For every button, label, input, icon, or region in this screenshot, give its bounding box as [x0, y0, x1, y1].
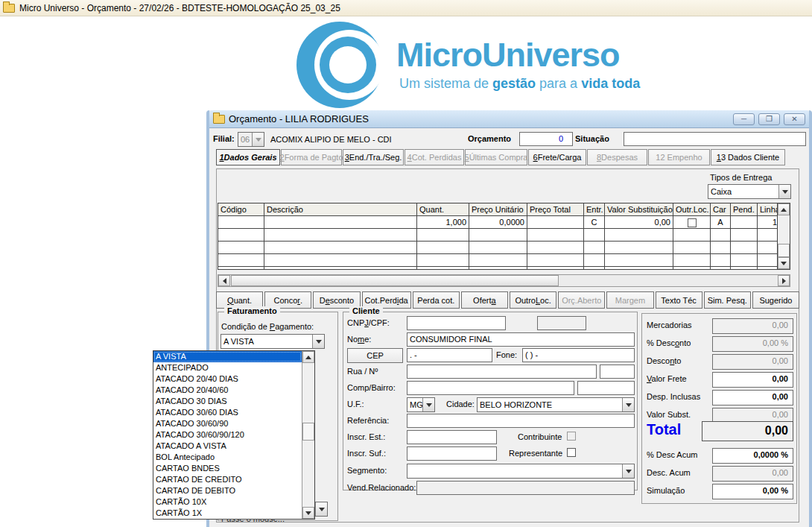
cell-preco_total[interactable]: [527, 229, 584, 242]
column-header-codigo[interactable]: Código: [218, 203, 264, 216]
cell-preco_total[interactable]: [527, 254, 584, 267]
column-header-preco_unitario[interactable]: Preço Unitário: [469, 203, 527, 216]
column-header-descricao[interactable]: Descrição: [264, 203, 417, 216]
scroll-thumb[interactable]: [302, 423, 314, 441]
list-item[interactable]: ATACADO 30/60/90: [153, 418, 302, 429]
cell-pend[interactable]: [731, 216, 758, 229]
uf-combobox[interactable]: MG: [407, 397, 435, 412]
cidade-combobox[interactable]: BELO HORIZONTE: [477, 397, 635, 412]
grid-vertical-scrollbar[interactable]: [777, 203, 790, 269]
cell-outr_loc[interactable]: [673, 267, 711, 269]
list-item[interactable]: BOL Antecipado: [153, 452, 302, 463]
cep-button[interactable]: CEP: [347, 348, 403, 363]
cell-codigo[interactable]: [218, 216, 264, 229]
tab-1-dados-gerais[interactable]: 1 Dados Gerais: [216, 149, 280, 165]
list-item[interactable]: ATACADO 30 DIAS: [153, 396, 302, 407]
cell-descricao[interactable]: [264, 216, 417, 229]
restore-button[interactable]: ❐: [758, 113, 780, 125]
cell-preco_total[interactable]: [527, 267, 584, 269]
column-header-outr_loc[interactable]: Outr.Loc.: [673, 203, 711, 216]
cell-linha[interactable]: 1: [758, 216, 777, 229]
cell-car[interactable]: A: [711, 216, 731, 229]
outro-loc-button[interactable]: Outro Loc.: [510, 291, 556, 309]
list-item[interactable]: A VISTA: [153, 351, 302, 362]
dropdown-scrollbar[interactable]: [302, 351, 314, 519]
cep-field[interactable]: . -: [407, 348, 492, 362]
sim-pesq-button[interactable]: Sim. Pesq.: [704, 291, 751, 309]
chevron-down-icon[interactable]: [622, 398, 634, 411]
list-item[interactable]: ATACADO 30/60 DIAS: [153, 407, 302, 418]
chevron-down-icon[interactable]: [778, 185, 790, 198]
rua-field[interactable]: [407, 365, 597, 379]
cell-preco_unitario[interactable]: [469, 254, 527, 267]
column-header-entr[interactable]: Entr.: [584, 203, 605, 216]
cell-descricao[interactable]: [264, 267, 417, 269]
chevron-down-icon[interactable]: [422, 398, 434, 411]
cell-codigo[interactable]: [218, 267, 264, 269]
cell-preco_total[interactable]: [527, 216, 584, 229]
cell-codigo[interactable]: [218, 229, 264, 242]
cell-car[interactable]: [711, 242, 731, 254]
minimize-button[interactable]: ─: [733, 113, 755, 125]
list-item[interactable]: CARTAO DE CREDITO: [153, 474, 302, 485]
cell-descricao[interactable]: [264, 229, 417, 242]
scroll-down-icon[interactable]: [778, 257, 790, 269]
cell-entr[interactable]: [584, 242, 605, 254]
scroll-up-icon[interactable]: [302, 351, 314, 363]
cell-valor_substituicao[interactable]: [605, 229, 673, 242]
tipos-entrega-combobox[interactable]: Caixa: [708, 184, 791, 199]
referencia-field[interactable]: [407, 414, 635, 428]
cell-outr_loc[interactable]: [673, 242, 711, 254]
perda-cot-button[interactable]: Perda cot.: [413, 291, 460, 309]
sugerido-button[interactable]: Sugerido: [752, 291, 799, 309]
cell-entr[interactable]: [584, 229, 605, 242]
scroll-down-icon[interactable]: [302, 507, 314, 519]
fone-field[interactable]: ( ) -: [522, 348, 635, 362]
window-titlebar[interactable]: Orçamento - LILIA RODRIGUES ─ ❐ ✕: [209, 110, 809, 128]
cell-outr_loc[interactable]: [673, 216, 711, 229]
chevron-down-icon[interactable]: [315, 502, 327, 516]
desc-acum-field[interactable]: 0,0000 %: [712, 448, 793, 464]
chevron-down-icon[interactable]: [312, 335, 324, 348]
cell-descricao[interactable]: [264, 254, 417, 267]
scroll-thumb[interactable]: [778, 244, 790, 257]
cell-pend[interactable]: [731, 242, 758, 254]
cell-linha[interactable]: [758, 229, 777, 242]
table-row[interactable]: [218, 267, 777, 269]
cell-linha[interactable]: [758, 254, 777, 267]
cell-valor_substituicao[interactable]: [605, 242, 673, 254]
list-item[interactable]: ATACADO 30/60/90/120: [153, 429, 302, 441]
cell-car[interactable]: [711, 267, 731, 269]
condicao-pagamento-combobox[interactable]: A VISTA: [221, 334, 325, 349]
desp-inclusas-field[interactable]: 0,00: [712, 390, 793, 405]
nome-field[interactable]: CONSUMIDOR FINAL: [407, 332, 635, 347]
representante-checkbox[interactable]: [567, 448, 576, 457]
cell-entr[interactable]: [584, 254, 605, 267]
cell-entr[interactable]: [584, 267, 605, 269]
cell-car[interactable]: [711, 229, 731, 242]
cell-valor_substituicao[interactable]: [605, 254, 673, 267]
table-row[interactable]: [218, 254, 777, 267]
cell-quant[interactable]: [417, 254, 469, 267]
cell-quant[interactable]: [417, 229, 469, 242]
inscr-suf-field[interactable]: [407, 446, 497, 461]
tab-13-dados-cliente[interactable]: 13 Dados Cliente: [711, 149, 785, 165]
cell-preco_unitario[interactable]: [469, 267, 527, 269]
list-item[interactable]: ATACADO 20/40/60: [153, 385, 302, 396]
list-item[interactable]: CARTÃO 10X: [153, 496, 302, 508]
tab-6-frete-carga[interactable]: 6 Frete/Carga: [528, 149, 586, 165]
segmento-combobox[interactable]: [407, 464, 635, 479]
cell-preco_unitario[interactable]: 0,0000: [469, 216, 527, 229]
table-row[interactable]: [218, 229, 777, 242]
grid-horizontal-scrollbar[interactable]: [218, 274, 790, 287]
cell-preco_total[interactable]: [527, 242, 584, 254]
list-item[interactable]: ATACADO A VISTA: [153, 441, 302, 452]
column-header-linha[interactable]: Linha: [758, 203, 777, 216]
outr-loc-checkbox[interactable]: [688, 218, 697, 227]
cell-car[interactable]: [711, 254, 731, 267]
list-item[interactable]: CARTÃO 1X: [153, 508, 302, 519]
table-row[interactable]: 1,0000,0000C0,00A1: [218, 216, 777, 229]
cell-quant[interactable]: [417, 267, 469, 269]
column-header-car[interactable]: Car: [711, 203, 731, 216]
cell-quant[interactable]: 1,000: [417, 216, 469, 229]
